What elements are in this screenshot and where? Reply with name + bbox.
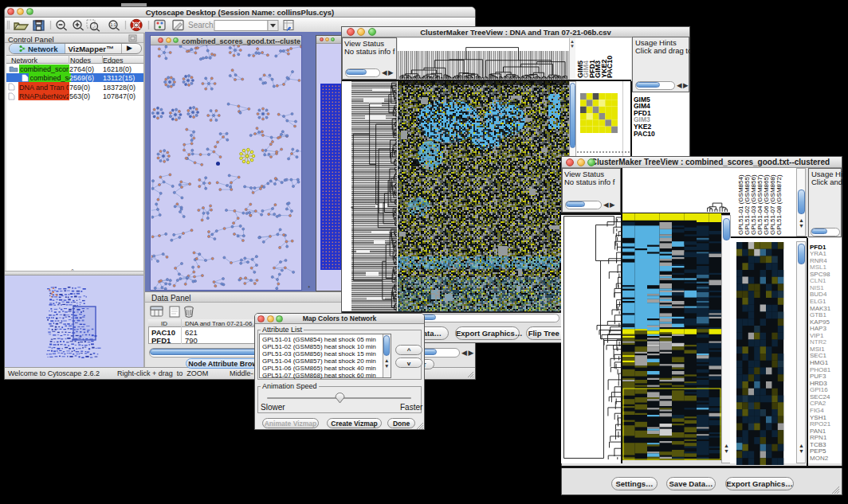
svg-text:PAC10: PAC10 xyxy=(606,56,614,78)
svg-text:1:1: 1:1 xyxy=(110,22,116,27)
svg-text:Search:: Search: xyxy=(188,21,215,29)
svg-text:GPL51-08 (GSM872): GPL51-08 (GSM872) xyxy=(775,174,783,235)
